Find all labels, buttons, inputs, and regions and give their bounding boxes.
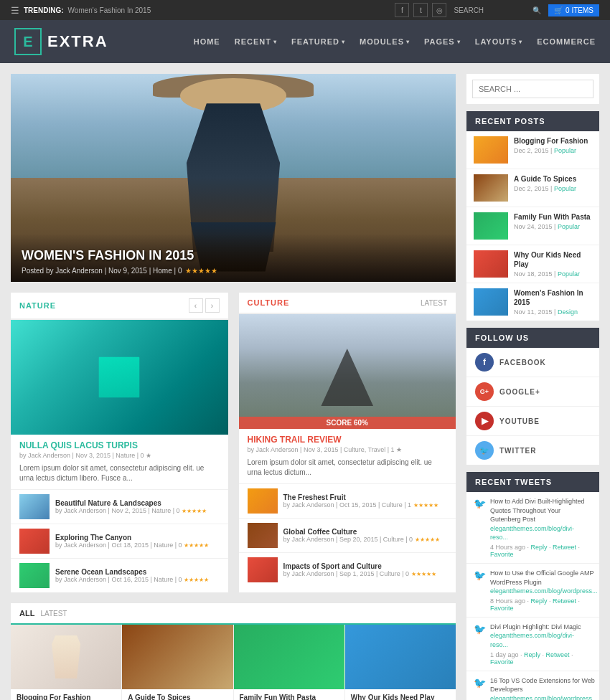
nature-nav: ‹ ›: [189, 298, 220, 313]
recent-posts-title: RECENT POSTS: [466, 111, 599, 131]
small-post-image: [248, 557, 278, 582]
retweet-link[interactable]: Retweet: [553, 544, 576, 551]
nav-link-featured[interactable]: FEATURED ▾: [291, 37, 345, 46]
facebook-follow-button[interactable]: f FACEBOOK: [466, 348, 599, 377]
post-title[interactable]: Impacts of Sport and Culture: [283, 562, 436, 570]
post-title[interactable]: Exploring The Canyon: [55, 534, 209, 541]
favorite-link[interactable]: Favorite: [490, 605, 514, 612]
twitter-top-icon[interactable]: t: [413, 3, 428, 17]
sidebar-post-title[interactable]: A Guide To Spices: [514, 174, 576, 184]
nature-next-button[interactable]: ›: [205, 298, 220, 313]
nav-link-ecommerce[interactable]: ECOMMERCE: [537, 37, 596, 46]
sidebar-post-title[interactable]: Women's Fashion In 2015: [514, 288, 592, 307]
all-item-title[interactable]: Family Fun With Pasta: [240, 694, 339, 700]
reply-link[interactable]: Reply: [531, 597, 548, 605]
post-meta: by Jack Anderson | Nov 2, 2015 | Nature …: [55, 507, 207, 514]
nav-link-home[interactable]: HOME: [194, 37, 220, 46]
nav-item-recent[interactable]: RECENT ▾: [235, 37, 277, 46]
small-post-image: [248, 523, 278, 548]
youtube-icon: ▶: [475, 412, 494, 430]
youtube-label: YOUTUBE: [499, 417, 540, 425]
recent-tweets-title: RECENT TWEETS: [466, 472, 599, 492]
tweet-time: 1 day ago · Reply · Retweet · Favorite: [490, 651, 592, 666]
cart-button[interactable]: 🛒 0 ITEMS: [548, 4, 599, 16]
culture-visual: [239, 314, 456, 429]
chevron-down-icon: ▾: [406, 39, 410, 45]
facebook-top-icon[interactable]: f: [395, 3, 409, 17]
twitter-icon: 🐦: [475, 441, 494, 460]
trending-label: TRENDING:: [24, 6, 64, 14]
all-item-title[interactable]: Blogging For Fashion: [17, 694, 116, 700]
sidebar-post-info: Family Fun With Pasta Nov 24, 2015 | Pop…: [514, 212, 591, 240]
search-input-top[interactable]: [487, 6, 530, 14]
nature-title: NATURE: [19, 301, 56, 310]
reply-link[interactable]: Reply: [524, 651, 540, 658]
retweet-link[interactable]: Retweet: [546, 651, 570, 658]
googleplus-follow-button[interactable]: G+ GOOGLE+: [466, 377, 599, 407]
nature-section: NATURE ‹ › NULLA QUIS LACUS TURPIS by Ja…: [11, 293, 228, 592]
nav-item-home[interactable]: HOME: [194, 37, 220, 46]
nav-item-pages[interactable]: PAGES ▾: [424, 37, 461, 46]
small-post-info: The Freshest Fruit by Jack Anderson | Oc…: [283, 493, 438, 509]
reply-link[interactable]: Reply: [531, 544, 548, 551]
all-item-info: Family Fun With Pasta Nov 24, 2015: [234, 689, 344, 700]
follow-us-title: FOLLOW US: [466, 328, 599, 348]
post-title[interactable]: Serene Ocean Landscapes: [55, 568, 209, 576]
youtube-follow-button[interactable]: ▶ YOUTUBE: [466, 407, 599, 436]
facebook-label: FACEBOOK: [499, 359, 546, 366]
all-item-image: [234, 625, 344, 689]
nav-link-recent[interactable]: RECENT ▾: [235, 37, 277, 46]
favorite-link[interactable]: Favorite: [490, 551, 514, 558]
all-item: Why Our Kids Need Play Nov 18, 2015: [345, 625, 456, 700]
sidebar-post-title[interactable]: Blogging For Fashion: [514, 136, 588, 146]
nav-item-layouts[interactable]: LAYOUTS ▾: [475, 37, 523, 46]
nature-post-title[interactable]: NULLA QUIS LACUS TURPIS: [11, 435, 228, 452]
logo-icon: E: [14, 28, 42, 55]
search-icon[interactable]: 🔍: [532, 6, 541, 14]
nav-link-layouts[interactable]: LAYOUTS ▾: [475, 37, 523, 46]
sidebar-post-title[interactable]: Why Our Kids Need Play: [514, 250, 592, 269]
culture-header: CULTURE Latest: [239, 293, 456, 314]
nav-item-featured[interactable]: FEATURED ▾: [291, 37, 345, 46]
post-meta: by Jack Anderson | Oct 18, 2015 | Nature…: [55, 541, 209, 549]
post-meta: by Jack Anderson | Oct 16, 2015 | Nature…: [55, 576, 209, 583]
nav-link-pages[interactable]: PAGES ▾: [424, 37, 461, 46]
twitter-follow-button[interactable]: 🐦 TWITTER: [466, 436, 599, 465]
nav-item-ecommerce[interactable]: ECOMMERCE: [537, 37, 596, 46]
tweet-content: How to Add Divi Built-Highlighted Quotes…: [490, 497, 592, 558]
googleplus-label: GOOGLE+: [499, 388, 540, 396]
post-title[interactable]: Global Coffee Culture: [283, 528, 440, 536]
post-title[interactable]: The Freshest Fruit: [283, 493, 438, 501]
hero-meta-text: Posted by Jack Anderson | Nov 9, 2015 | …: [22, 267, 182, 275]
nav-link-modules[interactable]: MODULES ▾: [360, 37, 410, 46]
all-item-title[interactable]: Why Our Kids Need Play: [351, 694, 450, 700]
menu-icon[interactable]: ☰: [11, 5, 19, 16]
tweet-text: 16 Top VS Code Extensions for Web Develo…: [490, 676, 598, 700]
search-bar-top: SEARCH 🔍: [454, 6, 541, 14]
instagram-top-icon[interactable]: ◎: [432, 3, 446, 17]
list-item: 🐦 How to Use the Official Google AMP Wor…: [466, 564, 599, 618]
post-meta: by Jack Anderson | Oct 15, 2015 | Cultur…: [283, 501, 438, 509]
nature-prev-button[interactable]: ‹: [189, 298, 203, 313]
small-post-image: [19, 494, 50, 519]
nav-item-modules[interactable]: MODULES ▾: [360, 37, 410, 46]
favorite-link[interactable]: Favorite: [490, 658, 514, 666]
retweet-link[interactable]: Retweet: [553, 597, 576, 605]
sidebar-post-image: [474, 174, 508, 202]
list-item: Exploring The Canyon by Jack Anderson | …: [11, 524, 228, 558]
chevron-down-icon: ▾: [457, 39, 461, 45]
nature-main-image: [11, 320, 228, 435]
twitter-bird-icon: 🐦: [474, 569, 486, 612]
leaf-decoration: [79, 336, 160, 417]
sidebar-search-input[interactable]: [472, 80, 593, 98]
sidebar-post-title[interactable]: Family Fun With Pasta: [514, 212, 591, 222]
culture-post-title[interactable]: HIKING TRAIL REVIEW: [239, 429, 456, 446]
list-item: Serene Ocean Landscapes by Jack Anderson…: [11, 558, 228, 592]
all-item-image: [345, 625, 456, 689]
top-bar-right: f t ◎ SEARCH 🔍 🛒 0 ITEMS: [395, 3, 599, 17]
content-left: WOMEN'S FASHION IN 2015 Posted by Jack A…: [11, 74, 456, 700]
post-title[interactable]: Beautiful Nature & Landscapes: [55, 499, 207, 507]
all-item-title[interactable]: A Guide To Spices: [128, 694, 227, 700]
small-post-info: Impacts of Sport and Culture by Jack And…: [283, 562, 436, 577]
sidebar-post-meta: Dec 2, 2015 | Popular: [514, 147, 588, 154]
